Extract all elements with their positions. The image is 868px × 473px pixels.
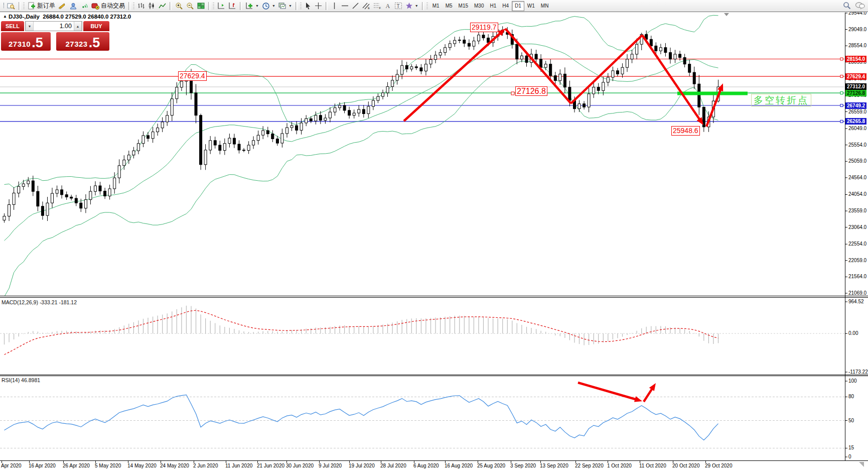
buy-button[interactable]: BUY (83, 21, 109, 31)
profile-button[interactable] (6, 1, 17, 11)
timeframe-m5-button[interactable]: M5 (443, 1, 456, 11)
rsi-axis-tick-label: 50 (848, 418, 854, 423)
date-label: 6 Aug 2020 (413, 463, 439, 468)
templates-button[interactable]: ▼ (277, 1, 294, 11)
price-callout[interactable]: 29119.7 (470, 23, 498, 32)
price-axis-tick-label: 22059.0 (848, 258, 866, 263)
bar-chart-mode-button[interactable] (136, 1, 147, 11)
text-tool-button[interactable]: A (383, 1, 393, 11)
price-tag: 28154.0 (845, 56, 866, 62)
svg-text:T: T (396, 4, 399, 9)
timeframe-h4-button[interactable]: H4 (499, 1, 512, 11)
timeframe-h1-button[interactable]: H1 (487, 1, 499, 11)
timeframe-m15-button[interactable]: M15 (456, 1, 471, 11)
candle-body (219, 145, 221, 151)
price-chart-canvas[interactable] (0, 0, 868, 473)
date-label: 3 Sep 2020 (510, 463, 536, 468)
candle-body (113, 178, 116, 189)
candle-body (597, 87, 600, 91)
candle-body (157, 128, 159, 132)
chat-icon[interactable] (855, 2, 865, 10)
alert-button[interactable] (57, 1, 68, 11)
text-label-tool-button[interactable]: T (393, 1, 404, 11)
autotrading-button[interactable]: 自动交易 (90, 1, 126, 11)
timeframe-m30-button[interactable]: M30 (471, 1, 487, 11)
sell-price-main: 27310 (9, 39, 31, 49)
zoom-out-button[interactable] (185, 1, 196, 11)
price-axis-tick-label: 23559.0 (848, 208, 866, 213)
collapse-arrow-icon[interactable]: ▲ (3, 14, 7, 19)
candle-body (429, 59, 432, 64)
macd-axis-tick-label: 0.00 (848, 330, 858, 336)
price-axis-tick-label: 25554.0 (848, 142, 866, 148)
candle-body (669, 53, 672, 59)
chart-autoscroll-button[interactable] (227, 1, 238, 11)
vertical-line-tool-button[interactable] (330, 1, 340, 11)
price-axis-tick-label: 28554.0 (848, 43, 866, 48)
tile-windows-button[interactable] (196, 1, 206, 11)
chart-shift-button[interactable] (216, 1, 227, 11)
callout-anchor-square (511, 92, 514, 95)
date-label: 16 Apr 2020 (29, 463, 56, 468)
rsi-line (5, 395, 718, 440)
candle-body (108, 189, 111, 196)
sell-price-button[interactable]: 27310.5 (1, 32, 51, 51)
bull-bear-turning-point-annotation[interactable]: 多空转折点 (751, 94, 811, 106)
main-price-pane[interactable] (0, 15, 844, 297)
volume-decrease-button[interactable]: ▼ (26, 22, 34, 31)
rsi-pane[interactable] (0, 395, 844, 448)
candle-body (161, 122, 164, 128)
candle-body (554, 76, 556, 81)
candle-body (257, 135, 259, 141)
chevron-down-icon: ▼ (272, 4, 275, 8)
price-axis-tick-label: 23064.0 (848, 224, 866, 230)
zoom-in-button[interactable] (174, 1, 185, 11)
date-label: 28 Jul 2020 (380, 463, 406, 468)
price-callout[interactable]: 27126.8 (515, 86, 547, 96)
trendline-tool-button[interactable] (350, 1, 361, 11)
timeframe-w1-button[interactable]: W1 (524, 1, 538, 11)
indicators-button[interactable]: ▼ (244, 1, 260, 11)
date-label: 25 Aug 2020 (477, 463, 505, 468)
search-icon[interactable] (843, 2, 851, 10)
macd-signal-line (5, 310, 718, 354)
candle-body (655, 46, 657, 51)
channel-tool-button[interactable]: E (361, 1, 372, 11)
volume-increase-button[interactable]: ▲ (74, 22, 82, 31)
fibonacci-tool-button[interactable]: F (372, 1, 383, 11)
timeframe-mn-button[interactable]: MN (538, 1, 552, 11)
sell-price-fraction: .5 (32, 37, 43, 49)
macd-pane[interactable] (0, 306, 844, 355)
buy-price-button[interactable]: 27323.5 (56, 32, 109, 51)
periods-button[interactable]: ▼ (260, 1, 277, 11)
trend-arrow-line[interactable] (644, 387, 653, 402)
date-label: 14 May 2020 (127, 463, 157, 468)
crosshair-tool-button[interactable] (313, 1, 324, 11)
timeframe-m1-button[interactable]: M1 (429, 1, 443, 11)
candle-body (454, 40, 456, 44)
community-button[interactable] (68, 1, 79, 11)
timeframe-d1-button[interactable]: D1 (512, 1, 524, 11)
horizontal-line-tool-button[interactable] (340, 1, 350, 11)
line-anchor-square (840, 92, 843, 94)
candle-body (549, 64, 552, 76)
price-tag: 27126.8 (845, 90, 866, 96)
line-chart-mode-button[interactable] (157, 1, 168, 11)
candle-body (176, 87, 178, 99)
candle-body (435, 55, 437, 60)
volume-input[interactable]: 1.00 (34, 22, 74, 31)
candle-body (56, 190, 58, 193)
candle-body (65, 195, 68, 197)
sell-button[interactable]: SELL (1, 21, 24, 31)
chart-shift-marker[interactable] (724, 13, 729, 16)
signals-button[interactable] (79, 1, 90, 11)
cursor-tool-button[interactable] (303, 1, 313, 11)
price-callout[interactable]: 27629.4 (178, 71, 207, 81)
new-chart-button[interactable] (1, 1, 6, 11)
price-callout[interactable]: 25948.6 (671, 126, 700, 136)
arrows-tool-button[interactable]: ▼ (404, 1, 420, 11)
candlestick-mode-button[interactable] (147, 1, 157, 11)
new-order-button[interactable]: 新订单 (26, 1, 57, 11)
candle-body (424, 64, 427, 71)
trend-arrow-line[interactable] (578, 383, 637, 400)
